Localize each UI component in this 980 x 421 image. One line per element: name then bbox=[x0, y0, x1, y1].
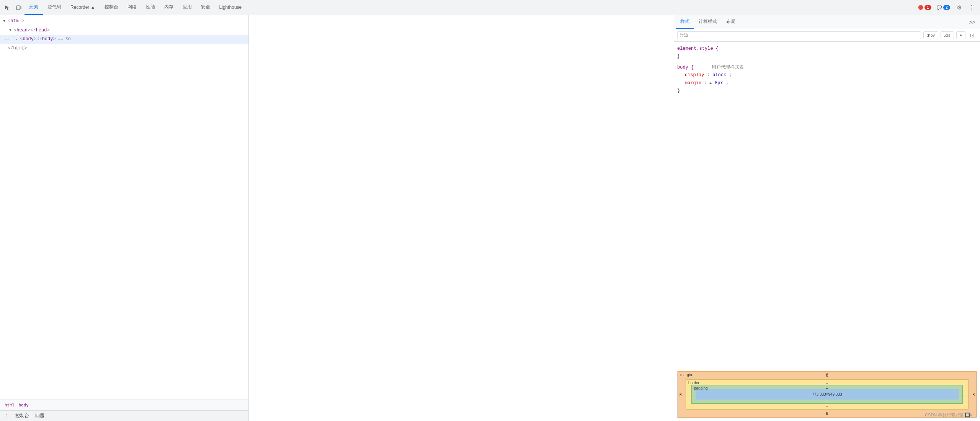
settings-icon-btn[interactable]: ⚙ bbox=[954, 2, 964, 13]
tree-row-html-close[interactable]: ▼ </html> bbox=[0, 44, 248, 53]
warning-icon: 💬 bbox=[937, 5, 942, 10]
devtools-right-icons: 🔴 1 💬 2 ⚙ ⋮ bbox=[916, 2, 978, 13]
selected-indicator: == $0 bbox=[58, 36, 71, 43]
watermark: CSDN @我想养只猫 🔲× bbox=[925, 412, 972, 418]
expand-styles-btn[interactable]: ⊡ bbox=[968, 31, 977, 40]
tab-elements[interactable]: 元素 bbox=[24, 0, 43, 15]
breadcrumb-bar: html body bbox=[0, 400, 248, 410]
margin-label: margin bbox=[680, 373, 692, 377]
style-prop-display[interactable]: display bbox=[685, 72, 704, 78]
warning-count-badge: 2 bbox=[943, 5, 950, 10]
margin-top-value[interactable]: 8 bbox=[826, 373, 828, 377]
devtools-tabs: 元素 源代码 Recorder ▲ 控制台 网络 性能 内存 应用 bbox=[24, 0, 916, 15]
inspect-icon-btn[interactable] bbox=[2, 2, 13, 13]
style-prop-margin[interactable]: margin bbox=[685, 80, 701, 86]
padding-top-value[interactable]: – bbox=[826, 386, 828, 390]
tab-application[interactable]: 应用 bbox=[178, 0, 196, 15]
tab-memory[interactable]: 内存 bbox=[160, 0, 178, 15]
box-model-content: 773.333×949.333 bbox=[696, 389, 959, 400]
border-right-value[interactable]: – bbox=[965, 392, 967, 396]
padding-bottom-value[interactable]: – bbox=[826, 398, 828, 403]
expand-icon-body[interactable]: ▸ bbox=[15, 36, 20, 43]
breadcrumb-body[interactable]: body bbox=[17, 402, 31, 408]
box-model-border: border – – – – padding – – – – 773.3 bbox=[686, 379, 969, 410]
tab-styles[interactable]: 样式 bbox=[676, 15, 694, 29]
tab-lighthouse[interactable]: Lighthouse bbox=[215, 0, 247, 15]
device-toggle-btn[interactable] bbox=[13, 2, 24, 13]
warning-badge-btn[interactable]: 💬 2 bbox=[934, 4, 952, 11]
expand-icon: ⊡ bbox=[970, 32, 975, 38]
filter-input[interactable] bbox=[677, 31, 921, 39]
html-tree: ▼ <html> ▼ <head></head> ··· ▸ <body></b… bbox=[0, 15, 248, 400]
styles-tabs: 样式 计算样式 布局 >> bbox=[674, 15, 980, 29]
console-bar: ⋮ 控制台 问题 bbox=[0, 410, 248, 421]
issues-tab-btn[interactable]: 问题 bbox=[34, 412, 46, 420]
styles-tabs-more-btn[interactable]: >> bbox=[966, 18, 978, 27]
filter-bar: :hov .cls + ⊡ bbox=[674, 29, 980, 42]
more-vertical-icon: ⋮ bbox=[969, 4, 974, 11]
devtools-bar: 元素 源代码 Recorder ▲ 控制台 网络 性能 内存 应用 bbox=[0, 0, 980, 15]
styles-content: element.style { } body { 用户代理样式表 display… bbox=[674, 42, 980, 368]
tab-sources[interactable]: 源代码 bbox=[43, 0, 66, 15]
tree-row-html[interactable]: ▼ <html> bbox=[0, 17, 248, 26]
console-tab-btn[interactable]: 控制台 bbox=[14, 412, 31, 420]
error-icon: 🔴 bbox=[918, 5, 923, 10]
box-model-padding: padding – – – – 773.333×949.333 bbox=[691, 385, 963, 404]
box-model-outer: margin 8 8 8 8 border – – – – padding – bbox=[678, 371, 977, 418]
expand-icon-head[interactable]: ▼ bbox=[9, 27, 14, 34]
svg-rect-0 bbox=[16, 6, 20, 10]
gear-icon: ⚙ bbox=[957, 4, 962, 11]
console-menu-icon-btn[interactable]: ⋮ bbox=[3, 413, 11, 419]
tab-security[interactable]: 安全 bbox=[196, 0, 215, 15]
tree-row-head[interactable]: ▼ <head></head> bbox=[0, 26, 248, 35]
tab-console[interactable]: 控制台 bbox=[100, 0, 123, 15]
hov-filter-btn[interactable]: :hov bbox=[923, 31, 938, 39]
tree-row-body[interactable]: ··· ▸ <body></body> == $0 bbox=[0, 35, 248, 44]
browser-viewport bbox=[249, 15, 674, 421]
border-top-value[interactable]: – bbox=[826, 381, 828, 385]
tab-network[interactable]: 网络 bbox=[123, 0, 141, 15]
breadcrumb-html[interactable]: html bbox=[3, 402, 16, 408]
tab-computed[interactable]: 计算样式 bbox=[694, 15, 722, 29]
expand-icon-html[interactable]: ▼ bbox=[3, 18, 8, 25]
margin-bottom-value[interactable]: 8 bbox=[826, 411, 828, 416]
cls-filter-btn[interactable]: .cls bbox=[941, 31, 954, 39]
style-rule-element: element.style { } bbox=[677, 45, 977, 61]
margin-right-value[interactable]: 8 bbox=[972, 392, 975, 396]
svg-rect-1 bbox=[20, 7, 21, 9]
border-left-value[interactable]: – bbox=[687, 392, 689, 396]
error-count-badge: 1 bbox=[924, 5, 931, 10]
border-bottom-value[interactable]: – bbox=[826, 404, 828, 408]
error-badge-btn[interactable]: 🔴 1 bbox=[916, 4, 934, 11]
padding-label: padding bbox=[694, 386, 708, 390]
tab-layout[interactable]: 布局 bbox=[722, 15, 740, 29]
padding-right-value[interactable]: – bbox=[959, 392, 962, 396]
devtools-main: ▼ <html> ▼ <head></head> ··· ▸ <body></b… bbox=[0, 15, 980, 421]
margin-expand-icon[interactable]: ▶ bbox=[710, 81, 712, 85]
styles-panel: 样式 计算样式 布局 >> :hov .cls + ⊡ bbox=[674, 15, 980, 421]
tab-recorder[interactable]: Recorder ▲ bbox=[66, 0, 100, 15]
border-label: border bbox=[688, 381, 699, 385]
style-rule-body: body { 用户代理样式表 display : block ; margin … bbox=[677, 64, 977, 95]
content-size-value: 773.333×949.333 bbox=[812, 392, 842, 396]
app-container: 元素 源代码 Recorder ▲ 控制台 网络 性能 内存 应用 bbox=[0, 0, 980, 421]
margin-left-value[interactable]: 8 bbox=[679, 392, 682, 396]
three-dots-icon: ⋮ bbox=[5, 413, 9, 419]
more-options-icon-btn[interactable]: ⋮ bbox=[966, 2, 977, 13]
tab-performance[interactable]: 性能 bbox=[141, 0, 160, 15]
add-style-btn[interactable]: + bbox=[956, 31, 965, 39]
box-model-section: margin 8 8 8 8 border – – – – padding – bbox=[677, 371, 977, 418]
elements-panel: ▼ <html> ▼ <head></head> ··· ▸ <body></b… bbox=[0, 15, 249, 421]
padding-left-value[interactable]: – bbox=[693, 392, 695, 396]
